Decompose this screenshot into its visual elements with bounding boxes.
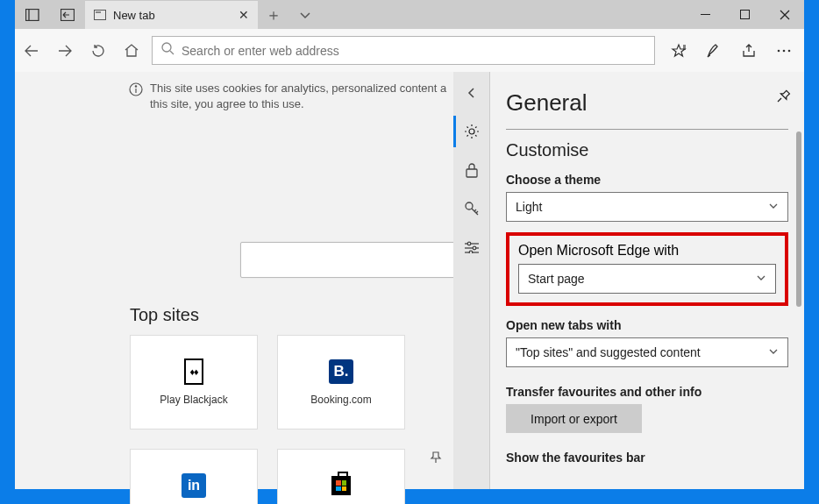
forward-button[interactable] xyxy=(55,41,75,60)
favorites-button[interactable] xyxy=(669,41,688,60)
tile-booking[interactable]: B. Booking.com xyxy=(277,335,405,429)
settings-content: General Customise Choose a theme Light O… xyxy=(490,72,804,489)
notes-button[interactable] xyxy=(704,41,723,60)
pin-panel-button[interactable] xyxy=(776,88,792,107)
fav-bar-label: Show the favourites bar xyxy=(506,451,788,465)
cookie-text-2: this site, you agree to this use. xyxy=(150,96,446,112)
tile-blank[interactable] xyxy=(424,335,449,429)
svg-point-23 xyxy=(469,129,474,134)
new-tab-button[interactable]: ＋ xyxy=(258,0,289,29)
svg-rect-24 xyxy=(466,169,477,177)
chevron-down-icon xyxy=(756,272,766,286)
tile-play-blackjack[interactable]: ♦♦ Play Blackjack xyxy=(130,335,258,429)
svg-point-6 xyxy=(100,12,101,13)
share-button[interactable] xyxy=(739,41,758,60)
svg-point-5 xyxy=(98,12,99,13)
svg-point-11 xyxy=(162,43,171,52)
collapse-panel-button[interactable] xyxy=(453,77,490,109)
search-icon xyxy=(161,42,174,59)
settings-panel: General Customise Choose a theme Light O… xyxy=(453,72,804,489)
tab-menu-button[interactable] xyxy=(289,0,321,29)
set-aside-tabs-button[interactable] xyxy=(15,0,50,29)
svg-point-18 xyxy=(788,49,791,52)
toolbar xyxy=(15,29,804,72)
blackjack-icon: ♦♦ xyxy=(181,358,207,385)
tab-new-tab[interactable]: New tab ✕ xyxy=(85,0,258,29)
browser-window: New tab ✕ ＋ xyxy=(15,0,804,489)
refresh-button[interactable] xyxy=(89,41,108,60)
svg-point-29 xyxy=(473,246,476,250)
theme-select[interactable]: Light xyxy=(506,192,788,222)
settings-sidebar xyxy=(453,72,490,489)
svg-line-12 xyxy=(170,51,174,54)
svg-point-31 xyxy=(469,251,473,253)
tile-ms-store[interactable]: Microsoft Store xyxy=(277,449,405,504)
more-button[interactable] xyxy=(774,41,794,60)
svg-point-27 xyxy=(467,242,471,245)
settings-general-tab[interactable] xyxy=(453,116,490,147)
show-tabs-button[interactable] xyxy=(50,0,85,29)
svg-rect-1 xyxy=(29,9,39,20)
import-export-button[interactable]: Import or export xyxy=(506,404,642,433)
new-tabs-select[interactable]: "Top sites" and suggested content xyxy=(506,337,788,367)
settings-advanced-tab[interactable] xyxy=(453,231,490,263)
maximize-button[interactable] xyxy=(725,0,765,29)
ms-store-icon xyxy=(328,472,354,499)
theme-label: Choose a theme xyxy=(506,173,788,187)
tab-close-button[interactable]: ✕ xyxy=(239,8,249,22)
close-window-button[interactable] xyxy=(765,0,804,29)
tab-title: New tab xyxy=(113,9,231,22)
customise-heading: Customise xyxy=(506,140,788,160)
window-controls xyxy=(686,0,804,29)
linkedin-icon: in xyxy=(181,472,207,499)
settings-privacy-tab[interactable] xyxy=(453,154,490,186)
svg-point-16 xyxy=(778,49,780,52)
svg-point-21 xyxy=(135,86,136,87)
address-input[interactable] xyxy=(182,44,645,58)
svg-line-32 xyxy=(778,98,781,102)
page-content: This site uses cookies for analytics, pe… xyxy=(15,72,804,489)
tab-strip: New tab ✕ ＋ xyxy=(15,0,804,29)
open-with-select[interactable]: Start page xyxy=(518,264,776,294)
page-icon xyxy=(94,10,106,20)
chevron-down-icon xyxy=(768,345,779,359)
svg-point-25 xyxy=(466,202,473,209)
new-tabs-label: Open new tabs with xyxy=(506,318,788,332)
tile-linkedin[interactable]: in LinkedIn xyxy=(130,449,258,504)
pin-tile-icon[interactable] xyxy=(424,449,447,504)
highlight-open-edge-with: Open Microsoft Edge with Start page xyxy=(506,232,788,306)
cookie-text-1: This site uses cookies for analytics, pe… xyxy=(150,81,446,96)
settings-passwords-tab[interactable] xyxy=(453,193,490,224)
panel-scrollbar[interactable] xyxy=(796,131,801,465)
open-with-label: Open Microsoft Edge with xyxy=(518,243,776,259)
address-bar[interactable] xyxy=(152,36,655,65)
chevron-down-icon xyxy=(768,200,779,214)
info-icon xyxy=(129,82,143,100)
svg-point-17 xyxy=(783,49,786,52)
booking-icon: B. xyxy=(328,358,354,385)
cookie-notice: This site uses cookies for analytics, pe… xyxy=(129,81,506,112)
back-button[interactable] xyxy=(22,41,41,60)
minimize-button[interactable] xyxy=(686,0,725,29)
svg-point-4 xyxy=(96,12,97,13)
svg-rect-8 xyxy=(741,11,750,19)
top-sites-heading: Top sites xyxy=(130,305,199,325)
settings-heading: General xyxy=(506,89,788,117)
home-button[interactable] xyxy=(122,41,141,60)
transfer-label: Transfer favourites and other info xyxy=(506,385,788,399)
